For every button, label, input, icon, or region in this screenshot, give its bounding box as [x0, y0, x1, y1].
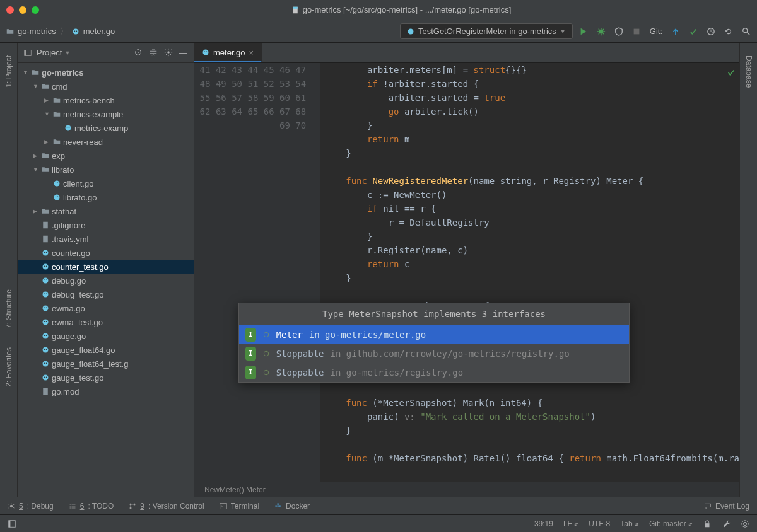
git-history-button[interactable] — [707, 27, 715, 36]
tree-item[interactable]: client.go — [18, 176, 194, 190]
tree-item[interactable]: ▼metrics-example — [18, 107, 194, 121]
caret-position[interactable]: 39:19 — [534, 519, 553, 528]
tab-meter-go[interactable]: meter.go × — [194, 43, 262, 62]
tree-item[interactable]: gauge_test.go — [18, 371, 194, 385]
tree-item[interactable]: ▶stathat — [18, 204, 194, 218]
collapse-all-icon[interactable] — [149, 48, 158, 57]
lock-icon[interactable] — [703, 519, 712, 528]
line-separator[interactable]: LF ⇵ — [563, 519, 578, 528]
svg-point-22 — [56, 197, 57, 198]
tree-item[interactable]: gauge_float64.go — [18, 343, 194, 357]
editor-body[interactable]: 41 42 43 44 45 46 47 48 49 50 51 52 53 5… — [194, 63, 739, 482]
tree-item[interactable]: gauge_float64_test.g — [18, 357, 194, 371]
search-button[interactable] — [742, 27, 751, 36]
stop-button[interactable] — [632, 27, 641, 36]
favorites-tool-tab[interactable]: 2: Favorites — [4, 347, 13, 387]
panel-title[interactable]: Project▼ — [37, 48, 70, 57]
tree-item[interactable]: ewma.go — [18, 301, 194, 315]
tree-item[interactable]: metrics-examp — [18, 121, 194, 135]
terminal-icon — [220, 502, 227, 510]
breadcrumb: go-metrics 〉 meter.go — [6, 26, 115, 37]
coverage-button[interactable] — [614, 27, 623, 36]
tree-item[interactable]: ▶metrics-bench — [18, 93, 194, 107]
database-tool-tab[interactable]: Database — [744, 55, 753, 88]
toolwindows-toggle-icon[interactable] — [8, 519, 16, 528]
svg-point-65 — [130, 507, 132, 509]
bug-icon — [8, 502, 15, 510]
svg-rect-67 — [220, 503, 226, 509]
svg-rect-1 — [293, 6, 298, 8]
editor-breadcrumb[interactable]: NewMeter() Meter — [194, 482, 739, 497]
terminal-tool-tab[interactable]: Terminal — [220, 502, 259, 511]
minimize-window-button[interactable] — [19, 6, 26, 14]
folder-icon — [42, 152, 49, 159]
tree-item[interactable]: ▼go-metrics — [18, 66, 194, 79]
project-tool-tab[interactable]: 1: Project — [4, 55, 13, 88]
git-branch[interactable]: Git: master ⇵ — [649, 519, 693, 528]
tree-item-label: client.go — [63, 179, 93, 188]
svg-point-59 — [206, 52, 208, 53]
close-window-button[interactable] — [6, 6, 14, 14]
tree-item[interactable]: go.mod — [18, 385, 194, 398]
zoom-window-button[interactable] — [32, 6, 39, 14]
popup-item[interactable]: IStoppable in github.com/rcrowley/go-met… — [239, 344, 629, 363]
docker-tool-tab[interactable]: Docker — [274, 502, 310, 511]
run-button[interactable] — [579, 27, 588, 36]
wrench-icon[interactable] — [722, 519, 731, 528]
git-revert-button[interactable] — [724, 27, 733, 36]
tree-item[interactable]: counter_test.go — [18, 260, 194, 274]
tree-item-label: gauge.go — [52, 332, 86, 341]
tree-item[interactable]: ewma_test.go — [18, 315, 194, 329]
tree-item[interactable]: ▼librato — [18, 163, 194, 176]
popup-item[interactable]: IMeter in go-metrics/meter.go — [239, 325, 629, 344]
debug-button[interactable] — [597, 27, 606, 36]
breadcrumb-project[interactable]: go-metrics — [18, 26, 56, 36]
bottom-toolwindow-bar: 55: Debug: Debug 6: TODO 9: Version Cont… — [0, 497, 757, 514]
tree-item-label: go-metrics — [42, 68, 83, 78]
go-icon — [42, 374, 49, 381]
todo-tool-tab[interactable]: 6: TODO — [69, 502, 114, 511]
popup-item-name: Stoppable — [276, 347, 324, 361]
tree-item[interactable]: ▶exp — [18, 149, 194, 163]
close-icon[interactable]: × — [249, 48, 254, 57]
editor-tabs: meter.go × — [194, 43, 739, 63]
popup-item[interactable]: IStoppable in go-metrics/registry.go — [239, 363, 629, 382]
svg-point-38 — [43, 306, 49, 311]
vcs-tool-tab[interactable]: 9: Version Control — [129, 502, 204, 511]
tree-item[interactable]: ▼cmd — [18, 79, 194, 93]
tree-item[interactable]: gauge.go — [18, 329, 194, 343]
svg-point-16 — [67, 127, 68, 129]
scroll-from-source-icon[interactable] — [134, 48, 143, 57]
line-number-gutter[interactable]: 41 42 43 44 45 46 47 48 49 50 51 52 53 5… — [194, 63, 315, 482]
tree-item[interactable]: debug.go — [18, 274, 194, 287]
encoding[interactable]: UTF-8 — [589, 519, 610, 528]
go-icon — [42, 277, 49, 284]
tree-item[interactable]: .travis.yml — [18, 232, 194, 246]
svg-point-18 — [54, 181, 60, 187]
editor-area: meter.go × 41 42 43 44 45 46 47 48 49 50… — [194, 43, 739, 497]
event-log-tab[interactable]: Event Log — [704, 502, 749, 511]
breadcrumb-file[interactable]: meter.go — [83, 26, 115, 36]
svg-rect-69 — [278, 505, 279, 506]
svg-point-2 — [73, 28, 78, 34]
hide-panel-icon[interactable]: — — [179, 48, 187, 57]
debug-tool-tab[interactable]: 55: Debug: Debug — [8, 502, 54, 511]
tree-item[interactable]: librato.go — [18, 190, 194, 204]
indent-setting[interactable]: Tab ⇵ — [620, 519, 639, 528]
go-icon — [42, 304, 49, 312]
statusbar: 39:19 LF ⇵ UTF-8 Tab ⇵ Git: master ⇵ — [0, 514, 757, 532]
tree-item[interactable]: ▶never-read — [18, 135, 194, 149]
tree-item[interactable]: counter.go — [18, 246, 194, 260]
structure-tool-tab[interactable]: 7: Structure — [4, 289, 13, 328]
settings-icon[interactable] — [164, 48, 173, 57]
memory-icon[interactable] — [741, 519, 749, 528]
tree-item[interactable]: debug_test.go — [18, 287, 194, 301]
git-commit-button[interactable] — [689, 27, 698, 36]
svg-point-34 — [46, 280, 47, 281]
run-config-dropdown[interactable]: TestGetOrRegisterMeter in go-metrics ▼ — [400, 23, 573, 39]
speech-icon — [704, 502, 712, 510]
tree-item[interactable]: .gitignore — [18, 218, 194, 232]
code-content[interactable]: arbiter.meters[m] = struct{}{} if !arbit… — [320, 63, 740, 482]
project-tree[interactable]: ▼go-metrics▼cmd▶metrics-bench▼metrics-ex… — [18, 63, 194, 497]
git-update-button[interactable] — [671, 27, 680, 36]
